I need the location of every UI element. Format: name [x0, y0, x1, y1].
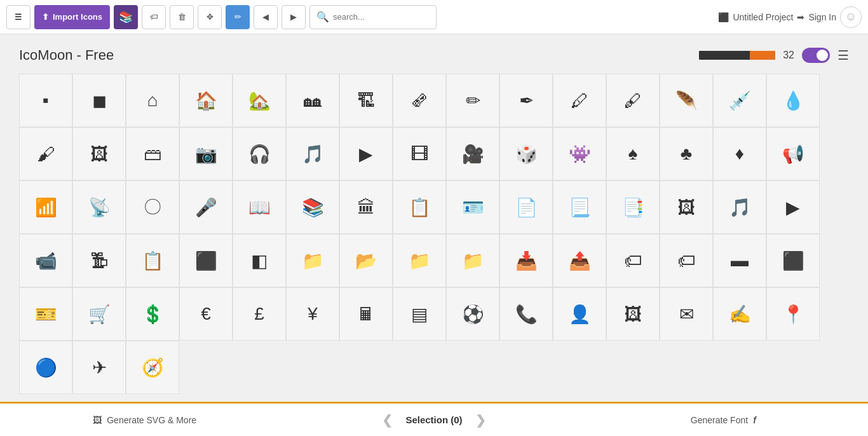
eur-icon[interactable]: €: [179, 287, 233, 341]
barcode-icon[interactable]: ▬: [713, 234, 766, 287]
pen-icon[interactable]: 🖊: [553, 74, 606, 127]
building-icon[interactable]: 🏗: [339, 74, 393, 127]
plane-icon[interactable]: ✈: [72, 341, 126, 394]
home3-icon[interactable]: 🏠: [179, 74, 233, 127]
library-icon[interactable]: 🏛: [339, 181, 393, 234]
phone-icon[interactable]: 📞: [499, 287, 553, 341]
section-title: IcoMoon - Free: [19, 47, 114, 64]
search-box[interactable]: 🔍: [309, 5, 437, 29]
file-zip-icon[interactable]: 🗜: [72, 234, 126, 287]
pencil2-icon[interactable]: ✒: [499, 74, 553, 127]
folder-up-icon[interactable]: 📤: [553, 234, 606, 287]
tag-button[interactable]: 🏷: [142, 5, 166, 29]
file-music-icon[interactable]: 🎵: [713, 181, 766, 234]
move-button[interactable]: ✥: [198, 5, 222, 29]
folder-icon[interactable]: 📁: [286, 234, 339, 287]
signature-icon[interactable]: ✍: [713, 287, 766, 341]
import-icons-button[interactable]: ⬆ Import Icons: [34, 5, 110, 29]
headphones-icon[interactable]: 🎧: [233, 127, 286, 181]
eyedropper-icon[interactable]: 💉: [713, 74, 766, 127]
ticket-icon[interactable]: 🎫: [19, 287, 72, 341]
folder-minus-icon[interactable]: 📁: [446, 234, 499, 287]
file-video-icon[interactable]: 📹: [19, 234, 72, 287]
club-icon[interactable]: ♣: [660, 127, 713, 181]
droplet-icon[interactable]: 💧: [766, 74, 820, 127]
file-play-icon[interactable]: ▶: [766, 181, 820, 234]
grid-icon[interactable]: ▤: [393, 287, 446, 341]
circle-icon[interactable]: 🔵: [19, 341, 72, 394]
paint-icon[interactable]: 🖌: [19, 127, 72, 181]
folder-open-icon[interactable]: 📂: [339, 234, 393, 287]
file2-icon[interactable]: 📃: [553, 181, 606, 234]
tags-icon[interactable]: 🏷: [660, 234, 713, 287]
list-view-icon[interactable]: ☰: [837, 48, 849, 63]
tag-icon[interactable]: 🏷: [606, 234, 660, 287]
books-icon[interactable]: 📚: [286, 181, 339, 234]
avatar[interactable]: ☺: [840, 6, 862, 28]
book-icon[interactable]: 📖: [233, 181, 286, 234]
signin-button[interactable]: ➡ Sign In: [797, 12, 836, 22]
home2-icon[interactable]: ⌂: [126, 74, 179, 127]
progress-bar: [699, 51, 775, 60]
person-icon[interactable]: 👤: [553, 287, 606, 341]
section-controls: 32 ☰: [699, 48, 849, 63]
search-input[interactable]: [333, 12, 428, 22]
pen2-icon[interactable]: 🖋: [606, 74, 660, 127]
file3-icon[interactable]: 📑: [606, 181, 660, 234]
qrcode-icon[interactable]: ⬛: [766, 234, 820, 287]
trash-icon: 🗑: [178, 12, 186, 22]
forward-button[interactable]: ▶: [281, 5, 306, 29]
library-button[interactable]: 📚: [114, 5, 138, 29]
mic-icon[interactable]: 🎤: [179, 181, 233, 234]
camera-icon[interactable]: 📷: [179, 127, 233, 181]
edit-button[interactable]: ✏: [226, 5, 250, 29]
file-copy-icon[interactable]: 📋: [126, 234, 179, 287]
folder-down-icon[interactable]: 📥: [499, 234, 553, 287]
podcast-icon[interactable]: 〇: [126, 181, 179, 234]
calc-icon[interactable]: 🖩: [339, 287, 393, 341]
pencil-icon[interactable]: ✏: [446, 74, 499, 127]
stack-icon[interactable]: ◧: [233, 234, 286, 287]
gbp-icon[interactable]: £: [233, 287, 286, 341]
spade-icon[interactable]: ♠: [606, 127, 660, 181]
upload-icon: ⬆: [42, 12, 49, 22]
delete-button[interactable]: 🗑: [170, 5, 194, 29]
doc2-icon[interactable]: 🪪: [446, 181, 499, 234]
folder-plus-icon[interactable]: 📁: [393, 234, 446, 287]
wifi-icon[interactable]: 📶: [19, 181, 72, 234]
location-icon[interactable]: 📍: [766, 287, 820, 341]
newspaper-icon[interactable]: 🗞: [393, 74, 446, 127]
broadcast-icon[interactable]: 📡: [72, 181, 126, 234]
envelope-icon[interactable]: ✉: [660, 287, 713, 341]
layers-icon: ⬛: [718, 12, 729, 22]
music-icon[interactable]: 🎵: [286, 127, 339, 181]
megaphone-icon[interactable]: 📢: [766, 127, 820, 181]
soccer-icon[interactable]: ⚽: [446, 287, 499, 341]
images-icon[interactable]: 🗃: [126, 127, 179, 181]
home5-icon[interactable]: 🏘: [286, 74, 339, 127]
cart-icon[interactable]: 🛒: [72, 287, 126, 341]
film-icon[interactable]: 🎞: [393, 127, 446, 181]
file-image-icon[interactable]: 🖼: [660, 181, 713, 234]
magento-icon[interactable]: ◼: [72, 74, 126, 127]
menu-button[interactable]: ☰: [6, 5, 31, 29]
quill-icon[interactable]: 🪶: [660, 74, 713, 127]
play-icon[interactable]: ▶: [339, 127, 393, 181]
dice-icon[interactable]: 🎲: [499, 127, 553, 181]
main-content: IcoMoon - Free 32 ☰ ▪◼⌂🏠🏡🏘🏗🗞✏✒🖊🖋🪶💉💧🖌🖼🗃📷🎧…: [0, 34, 868, 402]
pacman-icon[interactable]: 👾: [553, 127, 606, 181]
view-toggle[interactable]: [802, 48, 830, 63]
back-button[interactable]: ◀: [254, 5, 278, 29]
file-icon[interactable]: 📄: [499, 181, 553, 234]
usd-icon[interactable]: 💲: [126, 287, 179, 341]
portrait-icon[interactable]: 🖼: [606, 287, 660, 341]
video-icon[interactable]: 🎥: [446, 127, 499, 181]
jpy-icon[interactable]: ¥: [286, 287, 339, 341]
blank-icon[interactable]: ▪: [19, 74, 72, 127]
doc-icon[interactable]: 📋: [393, 181, 446, 234]
image-icon[interactable]: 🖼: [72, 127, 126, 181]
file-copy2-icon[interactable]: ⬛: [179, 234, 233, 287]
diamond-icon[interactable]: ♦: [713, 127, 766, 181]
home4-icon[interactable]: 🏡: [233, 74, 286, 127]
compass-icon[interactable]: 🧭: [126, 341, 179, 394]
